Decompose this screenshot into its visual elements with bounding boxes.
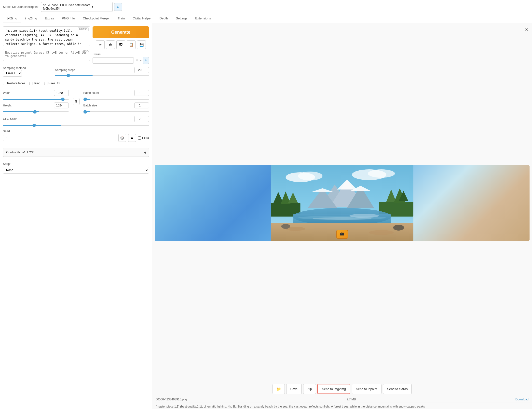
sampling-method-select[interactable]: Euler a	[3, 70, 22, 77]
width-label: Width	[3, 91, 27, 95]
send-to-inpaint-button[interactable]: Send to inpaint	[352, 384, 382, 394]
batch-count-input[interactable]	[134, 90, 149, 96]
tab-settings[interactable]: Settings	[172, 14, 191, 23]
sampling-steps-col: Sampling steps	[55, 67, 149, 77]
action-buttons: 📁 Save Zip Send to img2img Send to inpai…	[155, 382, 530, 396]
tiling-input[interactable]	[29, 82, 32, 85]
zip-button[interactable]: Zip	[303, 384, 316, 394]
restore-faces-input[interactable]	[3, 82, 6, 85]
save-icon-button[interactable]: 💾	[137, 40, 146, 49]
hires-fix-label: Hires. fix	[48, 82, 60, 85]
close-image-button[interactable]: ✕	[525, 27, 528, 32]
svg-point-29	[350, 214, 379, 218]
styles-dropdown-arrow[interactable]: ▾	[140, 59, 142, 62]
controlnet-section[interactable]: ControlNet v1.1.234 ◀	[3, 148, 149, 157]
hires-fix-input[interactable]	[44, 82, 47, 85]
svg-point-26	[369, 230, 394, 235]
restore-faces-checkbox[interactable]: Restore faces	[3, 82, 25, 85]
checkboxes-row: Restore faces Tiling Hires. fix	[3, 82, 149, 85]
restore-faces-label: Restore faces	[7, 82, 25, 85]
width-slider[interactable]	[3, 99, 69, 100]
sampling-steps-slider[interactable]	[55, 75, 149, 76]
width-input[interactable]	[54, 90, 69, 96]
right-panel: ✕	[152, 23, 532, 409]
negative-prompt-input[interactable]	[3, 49, 90, 61]
batch-count-slider[interactable]	[83, 99, 149, 100]
negative-prompt-area: 0/75	[3, 49, 90, 62]
styles-input[interactable]	[93, 57, 134, 64]
seed-dice-button[interactable]: 🎲	[118, 134, 126, 142]
batch-section: Batch count Batch size	[83, 90, 149, 113]
cfg-scale-row: CFG Scale	[3, 116, 149, 127]
trash-icon-button[interactable]: 🗑	[106, 40, 115, 49]
cfg-scale-slider[interactable]	[3, 125, 149, 126]
styles-clear-button[interactable]: ✕	[135, 58, 139, 63]
extra-seed-input[interactable]	[138, 136, 141, 140]
toolbar-icons: ✏ 🗑 🖼 📋 💾	[93, 40, 149, 49]
send-to-img2img-button[interactable]: Send to img2img	[317, 384, 350, 394]
clipboard-icon-button[interactable]: 📋	[127, 40, 136, 49]
styles-label: Styles	[93, 53, 149, 56]
sampling-row: Sampling method Euler a Sampling steps	[3, 66, 149, 77]
send-to-extras-button[interactable]: Send to extras	[383, 384, 412, 394]
positive-prompt-input[interactable]: (master piece:1,1) (best quality:1,1), c…	[3, 26, 90, 46]
tab-depth[interactable]: Depth	[156, 14, 172, 23]
seed-row: 🎲 ♻ Extra	[3, 134, 149, 142]
top-prompt-wrapper: (master piece:1,1) (best quality:1,1), c…	[3, 26, 149, 64]
styles-refresh-button[interactable]: ↻	[143, 57, 149, 64]
cfg-scale-input[interactable]	[134, 116, 149, 122]
tab-txt2img[interactable]: txt2img	[3, 14, 21, 23]
seed-section: Seed 🎲 ♻ Extra	[3, 130, 149, 142]
controlnet-arrow-icon: ◀	[144, 151, 146, 154]
tab-extensions[interactable]: Extensions	[191, 14, 215, 23]
batch-size-input[interactable]	[134, 102, 149, 108]
generate-button[interactable]: Generate	[93, 26, 149, 38]
tab-pnginfo[interactable]: PNG Info	[58, 14, 79, 23]
params-section: Sampling method Euler a Sampling steps	[3, 66, 149, 174]
styles-section: Styles ✕ ▾ ↻	[93, 53, 149, 64]
checkpoint-select: sd_xl_base_1.0_0.9vae.safetensors [e6bb9…	[41, 2, 122, 12]
script-select[interactable]: None	[3, 167, 149, 174]
filesize: 2.7 MB	[347, 398, 356, 401]
tab-civitai-helper[interactable]: Civitai Helper	[129, 14, 155, 23]
open-folder-button[interactable]: 📁	[273, 384, 285, 394]
tab-extras[interactable]: Extras	[41, 14, 58, 23]
tiling-label: Tiling	[33, 82, 40, 85]
height-slider[interactable]	[3, 111, 69, 112]
swap-dimensions-button[interactable]: ⇅	[73, 98, 80, 105]
height-label: Height	[3, 104, 27, 107]
svg-point-28	[393, 225, 404, 231]
seed-recycle-button[interactable]: ♻	[128, 134, 136, 142]
svg-point-4	[368, 169, 395, 178]
height-input[interactable]	[54, 102, 69, 108]
batch-size-row: Batch size	[83, 102, 149, 113]
left-panel: (master piece:1,1) (best quality:1,1), c…	[0, 23, 152, 409]
top-bar: Stable Diffusion checkpoint sd_xl_base_1…	[0, 0, 532, 14]
image-icon-button[interactable]: 🖼	[116, 40, 125, 49]
refresh-checkpoint-button[interactable]: ↻	[114, 3, 122, 11]
svg-point-2	[298, 172, 323, 180]
save-image-button[interactable]: Save	[286, 384, 302, 394]
hires-fix-checkbox[interactable]: Hires. fix	[44, 82, 60, 85]
extra-seed-checkbox[interactable]: Extra	[138, 136, 149, 140]
positive-prompt-area: (master piece:1,1) (best quality:1,1), c…	[3, 26, 90, 47]
tabs-bar: txt2img img2img Extras PNG Info Checkpoi…	[0, 14, 532, 23]
sampling-steps-input[interactable]	[134, 67, 149, 73]
tab-checkpoint-merger[interactable]: Checkpoint Merger	[79, 14, 114, 23]
seed-input[interactable]	[3, 135, 116, 141]
batch-count-row: Batch count	[83, 90, 149, 101]
sampling-steps-label: Sampling steps	[55, 68, 80, 72]
pencil-icon-button[interactable]: ✏	[96, 40, 105, 49]
positive-prompt-counter: 81/150	[78, 27, 89, 31]
right-panel-inner: ✕	[155, 26, 530, 409]
tab-train[interactable]: Train	[114, 14, 129, 23]
checkpoint-dropdown[interactable]: sd_xl_base_1.0_0.9vae.safetensors [e6bb9…	[41, 2, 113, 12]
tiling-checkbox[interactable]: Tiling	[29, 82, 40, 85]
batch-size-label: Batch size	[83, 104, 108, 107]
checkpoint-label: Stable Diffusion checkpoint	[3, 5, 39, 9]
file-info: 00006-4233463915.png 2.7 MB Download	[155, 396, 530, 403]
batch-count-label: Batch count	[83, 91, 108, 95]
tab-img2img[interactable]: img2img	[21, 14, 41, 23]
download-link[interactable]: Download	[516, 398, 529, 401]
batch-size-slider[interactable]	[83, 111, 149, 112]
